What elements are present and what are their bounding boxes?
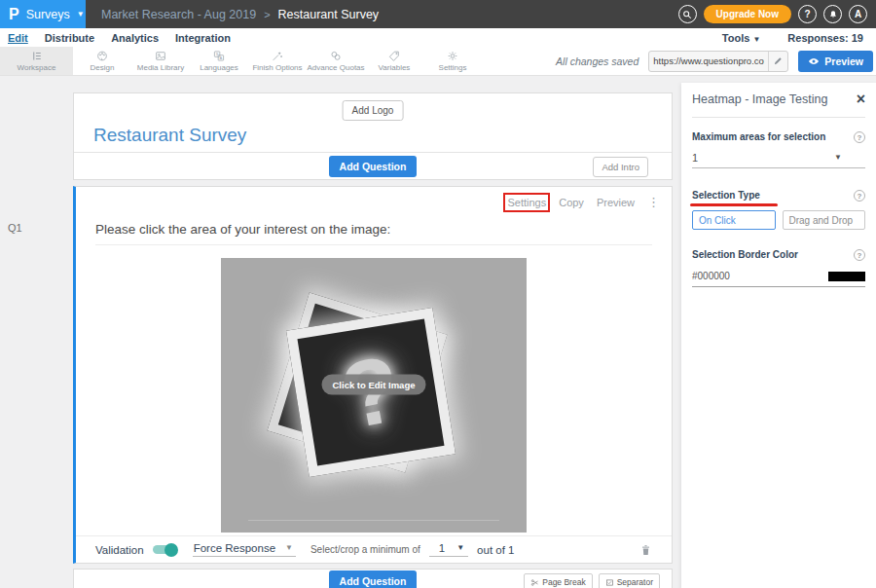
selection-type-row: Selection Type ? [692, 190, 865, 202]
border-color-row: Selection Border Color ? [692, 249, 865, 261]
breadcrumb: Market Research - Aug 2019 > Restaurant … [101, 8, 379, 21]
add-question-bar: Add Question Page Break Separator [73, 569, 673, 588]
nav-tab-integration[interactable]: Integration [175, 32, 231, 44]
help-circle-icon[interactable]: ? [854, 190, 865, 202]
question-text[interactable]: Please click the area of your interest o… [95, 222, 652, 245]
close-icon[interactable]: × [857, 92, 865, 107]
question-preview-button[interactable]: Preview [597, 197, 635, 208]
editor-canvas: Q1 Add Logo Restaurant Survey Add Questi… [0, 77, 876, 588]
drag-and-drop-option[interactable]: Drag and Drop [783, 210, 866, 230]
questionpro-logo-icon: P [9, 7, 19, 22]
separator-button[interactable]: Separator [599, 573, 660, 588]
responses-count[interactable]: Responses: 19 [787, 32, 863, 44]
toolbar-item-finish-options[interactable]: Finish Options [248, 47, 307, 75]
toolbar-item-languages[interactable]: SA Languages [190, 47, 248, 75]
breadcrumb-current: Restaurant Survey [278, 8, 380, 21]
bell-icon [828, 10, 838, 19]
image-icon [154, 50, 167, 62]
question-card: Settings Copy Preview ⋮ Please click the… [73, 186, 673, 564]
survey-title[interactable]: Restaurant Survey [93, 125, 246, 146]
scissors-icon [530, 578, 539, 587]
svg-text:A: A [220, 55, 223, 60]
heatmap-image-placeholder[interactable]: ? Click to Edit Image [221, 258, 527, 533]
trash-icon [639, 543, 652, 557]
question-actions: Settings Copy Preview ⋮ [507, 195, 660, 209]
validation-toggle[interactable] [153, 545, 176, 554]
tag-icon [387, 50, 401, 62]
toolbar-item-advance-quotas[interactable]: Advance Quotas [307, 47, 365, 75]
upgrade-now-button[interactable]: Upgrade Now [704, 5, 791, 23]
toolbar-item-design[interactable]: Design [73, 47, 131, 75]
toolbar-item-workspace[interactable]: Workspace [0, 47, 73, 75]
border-color-value: #000000 [692, 271, 730, 281]
panel-header: Heatmap - Image Testing × [692, 92, 865, 107]
chevron-down-icon: ▼ [834, 154, 842, 162]
chain-links-icon [329, 50, 343, 62]
validation-label: Validation [95, 544, 144, 556]
add-intro-button[interactable]: Add Intro [593, 157, 648, 177]
toolbar-item-settings[interactable]: Settings [423, 47, 482, 75]
bottom-bar-right: Page Break Separator [524, 573, 660, 588]
add-logo-button[interactable]: Add Logo [343, 100, 404, 121]
max-areas-row: Maximum areas for selection ? [692, 131, 865, 143]
add-question-button-bottom[interactable]: Add Question [329, 570, 418, 588]
panel-divider [692, 117, 865, 118]
minimum-select-label: Select/crop a minimum of [310, 544, 420, 555]
nav-tab-distribute[interactable]: Distribute [45, 32, 94, 44]
search-button[interactable] [678, 5, 697, 23]
tools-menu[interactable]: Tools ▼ [722, 32, 761, 44]
separator-icon [605, 578, 614, 587]
question-settings-button[interactable]: Settings [507, 197, 546, 208]
edit-url-button[interactable] [768, 52, 787, 71]
kebab-menu-icon[interactable]: ⋮ [647, 195, 660, 209]
preview-survey-button[interactable]: Preview [798, 51, 873, 72]
survey-header-card: Add Logo Restaurant Survey Add Question … [73, 92, 673, 180]
survey-url-box [648, 51, 788, 72]
border-color-input[interactable]: #000000 [692, 271, 865, 287]
annotation-red-underline [690, 203, 778, 206]
nav-tab-edit[interactable]: Edit [8, 32, 28, 44]
edit-toolbar: Workspace Design Media Library SA Langua… [0, 47, 876, 76]
workspace-icon [30, 50, 44, 62]
toolbar-right: All changes saved Preview [556, 47, 876, 75]
chevron-down-icon: ▼ [752, 35, 760, 44]
minimum-value-dropdown[interactable]: 1 ▼ [429, 542, 468, 557]
question-copy-button[interactable]: Copy [559, 197, 584, 208]
click-to-edit-image-button[interactable]: Click to Edit Image [322, 374, 426, 394]
questionpro-app: P Surveys ▼ Market Research - Aug 2019 >… [0, 0, 876, 588]
toolbar-item-media-library[interactable]: Media Library [131, 47, 190, 75]
survey-editor-column: Add Logo Restaurant Survey Add Question … [73, 92, 673, 588]
surveys-menu-label: Surveys [26, 8, 70, 21]
help-circle-icon[interactable]: ? [854, 131, 865, 143]
selection-type-options: On Click Drag and Drop [692, 210, 865, 230]
search-icon [682, 10, 692, 19]
nav-tab-analytics[interactable]: Analytics [111, 32, 159, 44]
delete-question-button[interactable] [639, 543, 652, 557]
max-areas-label: Maximum areas for selection [692, 131, 825, 142]
validation-type-dropdown[interactable]: Force Response ▼ [193, 542, 296, 557]
surveys-menu[interactable]: P Surveys ▼ [0, 0, 86, 28]
out-of-label: out of 1 [477, 544, 514, 556]
help-circle-icon[interactable]: ? [854, 249, 865, 261]
account-avatar[interactable]: A [849, 5, 867, 23]
on-click-option[interactable]: On Click [692, 210, 776, 230]
question-number-label: Q1 [8, 222, 22, 234]
border-color-label: Selection Border Color [692, 249, 798, 260]
gear-icon [446, 50, 459, 62]
survey-url-input[interactable] [649, 55, 768, 66]
survey-header-footer: Add Question Add Intro [74, 152, 672, 179]
toggle-knob [164, 543, 178, 557]
languages-icon: SA [212, 50, 226, 62]
add-question-button-top[interactable]: Add Question [329, 156, 418, 177]
notifications-button[interactable] [823, 5, 842, 23]
max-areas-dropdown[interactable]: 1 ▼ [692, 152, 865, 168]
placeholder-baseline [248, 520, 499, 521]
question-settings-panel: Heatmap - Image Testing × Maximum areas … [681, 83, 876, 588]
breadcrumb-separator: > [264, 9, 270, 20]
breadcrumb-parent-link[interactable]: Market Research - Aug 2019 [101, 8, 256, 21]
toolbar-item-variables[interactable]: Variables [365, 47, 423, 75]
magic-wand-icon [271, 50, 284, 62]
section-nav: Edit Distribute Analytics Integration To… [0, 28, 876, 47]
page-break-button[interactable]: Page Break [524, 573, 592, 588]
help-button[interactable]: ? [798, 5, 817, 23]
